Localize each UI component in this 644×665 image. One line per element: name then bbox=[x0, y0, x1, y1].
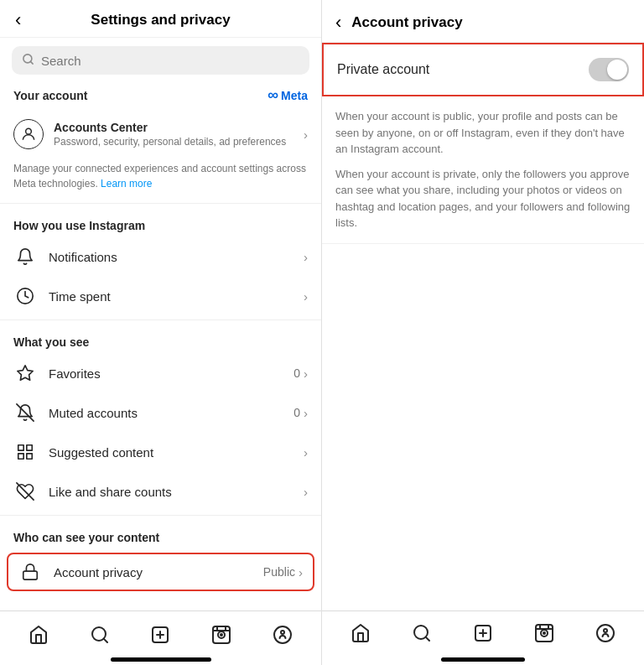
your-account-label: Your account bbox=[13, 89, 87, 102]
account-privacy-icon bbox=[18, 563, 42, 581]
right-title: Account privacy bbox=[351, 14, 462, 31]
like-share-label: Like and share counts bbox=[49, 485, 304, 499]
svg-rect-8 bbox=[27, 454, 32, 459]
time-spent-icon bbox=[13, 287, 37, 305]
suggested-content-item[interactable]: Suggested content › bbox=[0, 433, 321, 472]
muted-accounts-chevron: › bbox=[304, 406, 308, 420]
right-nav-reels[interactable] bbox=[534, 623, 554, 647]
left-bottom-nav bbox=[0, 610, 321, 657]
right-nav-home[interactable] bbox=[351, 623, 371, 647]
favorites-label: Favorites bbox=[49, 366, 293, 381]
meta-logo: ∞ Meta bbox=[267, 86, 308, 104]
right-nav-search[interactable] bbox=[412, 623, 432, 647]
right-nav-add[interactable] bbox=[473, 623, 493, 647]
favorites-icon bbox=[13, 364, 37, 382]
account-privacy-item[interactable]: Account privacy Public › bbox=[7, 553, 314, 591]
privacy-description: When your account is public, your profil… bbox=[322, 96, 644, 244]
right-content: Private account When your account is pub… bbox=[322, 43, 644, 610]
account-privacy-value: Public bbox=[263, 565, 295, 579]
like-share-icon bbox=[13, 482, 37, 501]
notifications-icon bbox=[13, 247, 37, 266]
suggested-content-label: Suggested content bbox=[49, 445, 304, 460]
svg-point-2 bbox=[26, 128, 32, 134]
muted-accounts-label: Muted accounts bbox=[49, 406, 293, 420]
what-you-see-label: What you see bbox=[0, 324, 321, 354]
muted-accounts-item[interactable]: Muted accounts 0 › bbox=[0, 393, 321, 433]
nav-reels[interactable] bbox=[201, 615, 242, 655]
account-privacy-label: Account privacy bbox=[54, 565, 263, 579]
private-account-label: Private account bbox=[337, 62, 429, 77]
left-back-button[interactable]: ‹ bbox=[10, 8, 26, 33]
right-home-indicator bbox=[441, 657, 525, 662]
your-account-row: Your account ∞ Meta bbox=[0, 83, 321, 111]
how-you-use-label: How you use Instagram bbox=[0, 207, 321, 237]
time-spent-chevron: › bbox=[304, 289, 308, 304]
divider-1 bbox=[0, 203, 321, 204]
svg-point-24 bbox=[281, 631, 284, 634]
favorites-badge: 0 bbox=[293, 366, 300, 380]
right-header: ‹ Account privacy bbox=[322, 0, 644, 43]
divider-2 bbox=[0, 320, 321, 320]
like-share-chevron: › bbox=[304, 485, 308, 499]
svg-rect-9 bbox=[18, 454, 23, 459]
svg-point-37 bbox=[604, 629, 607, 632]
time-spent-item[interactable]: Time spent › bbox=[0, 277, 321, 316]
svg-rect-7 bbox=[27, 445, 32, 450]
private-account-toggle[interactable] bbox=[589, 58, 629, 81]
left-content: Your account ∞ Meta Accounts Center Pass… bbox=[0, 38, 321, 610]
like-share-item[interactable]: Like and share counts › bbox=[0, 472, 321, 512]
svg-point-32 bbox=[543, 632, 545, 634]
right-nav-profile[interactable] bbox=[595, 623, 615, 647]
accounts-center-subtitle: Password, security, personal details, ad… bbox=[54, 136, 304, 148]
suggested-content-icon bbox=[13, 443, 37, 461]
left-header: ‹ Settings and privacy bbox=[0, 0, 321, 38]
svg-line-1 bbox=[30, 61, 33, 64]
meta-infinity-icon: ∞ bbox=[267, 86, 278, 104]
accounts-center-name: Accounts Center bbox=[54, 121, 304, 134]
privacy-description-1: When your account is public, your profil… bbox=[335, 108, 631, 158]
right-panel: ‹ Account privacy Private account When y… bbox=[322, 0, 644, 665]
private-account-row: Private account bbox=[322, 43, 644, 96]
learn-more-link[interactable]: Learn more bbox=[101, 178, 152, 190]
muted-accounts-icon bbox=[13, 403, 37, 422]
right-bottom-nav bbox=[322, 610, 644, 657]
account-privacy-chevron: › bbox=[299, 565, 303, 579]
left-home-indicator bbox=[111, 657, 211, 662]
notifications-item[interactable]: Notifications › bbox=[0, 237, 321, 277]
accounts-center-item[interactable]: Accounts Center Password, security, pers… bbox=[0, 111, 321, 158]
svg-rect-11 bbox=[23, 571, 38, 579]
accounts-center-icon bbox=[13, 119, 44, 149]
notifications-chevron: › bbox=[304, 250, 308, 264]
manage-text: Manage your connected experiences and ac… bbox=[0, 158, 321, 200]
nav-search[interactable] bbox=[80, 615, 120, 655]
svg-point-19 bbox=[221, 634, 222, 636]
meta-text: Meta bbox=[281, 89, 308, 102]
time-spent-label: Time spent bbox=[49, 289, 304, 304]
left-panel: ‹ Settings and privacy Your account ∞ Me… bbox=[0, 0, 322, 665]
svg-line-26 bbox=[426, 636, 429, 640]
svg-line-5 bbox=[17, 404, 34, 421]
favorites-item[interactable]: Favorites 0 › bbox=[0, 354, 321, 393]
left-title: Settings and privacy bbox=[91, 12, 230, 29]
notifications-label: Notifications bbox=[49, 250, 304, 264]
accounts-center-chevron: › bbox=[304, 127, 308, 142]
nav-add[interactable] bbox=[140, 615, 180, 655]
accounts-center-text: Accounts Center Password, security, pers… bbox=[54, 121, 304, 148]
svg-marker-4 bbox=[18, 366, 33, 380]
suggested-content-chevron: › bbox=[304, 445, 308, 460]
divider-3 bbox=[0, 515, 321, 516]
search-input[interactable] bbox=[41, 54, 299, 68]
search-icon bbox=[22, 53, 34, 68]
muted-accounts-badge: 0 bbox=[293, 406, 300, 419]
favorites-chevron: › bbox=[304, 366, 308, 381]
privacy-description-2: When your account is private, only the f… bbox=[335, 166, 631, 231]
svg-line-13 bbox=[104, 638, 107, 642]
nav-home[interactable] bbox=[18, 615, 59, 655]
right-back-button[interactable]: ‹ bbox=[335, 12, 341, 34]
svg-rect-6 bbox=[18, 445, 23, 450]
search-bar[interactable] bbox=[12, 46, 309, 75]
nav-profile[interactable] bbox=[262, 615, 303, 655]
who-can-see-label: Who can see your content bbox=[0, 519, 321, 549]
